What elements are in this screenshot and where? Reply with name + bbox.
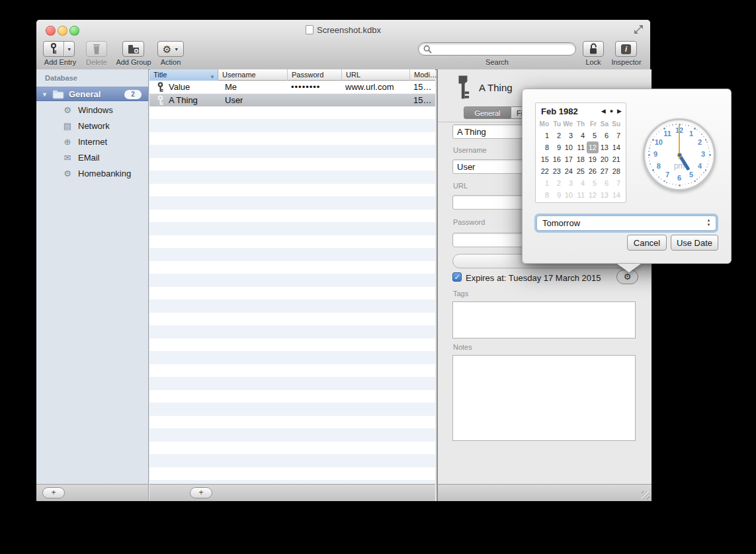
calendar-day[interactable]: 12 [587, 189, 599, 201]
calendar-day[interactable]: 14 [610, 141, 622, 153]
calendar-day[interactable]: 26 [587, 165, 599, 177]
cancel-button[interactable]: Cancel [627, 235, 667, 251]
column-header-username[interactable]: Username [218, 69, 288, 81]
calendar-day[interactable]: 28 [610, 165, 622, 177]
calendar-day[interactable]: 16 [551, 153, 563, 165]
calendar-day[interactable]: 22 [539, 165, 551, 177]
calendar-day[interactable]: 8 [539, 189, 551, 201]
calendar-day[interactable]: 7 [610, 177, 622, 189]
calendar-day[interactable]: 15 [539, 153, 551, 165]
calendar-day[interactable]: 2 [551, 177, 563, 189]
search-label: Search [418, 58, 576, 66]
calendar-day[interactable]: 12 [587, 141, 599, 153]
key-icon [44, 43, 63, 55]
calendar-day[interactable]: 25 [575, 165, 587, 177]
calendar-day[interactable]: 3 [563, 177, 575, 189]
clock-tick [709, 151, 710, 152]
inspector-button[interactable]: i [615, 41, 637, 57]
clock-tick [709, 154, 711, 156]
calendar-day[interactable]: 4 [575, 177, 587, 189]
calendar-day[interactable]: 13 [599, 141, 610, 153]
calendar-day[interactable]: 11 [575, 189, 587, 201]
calendar-day[interactable]: 13 [599, 189, 610, 201]
calendar-day[interactable]: 14 [610, 189, 622, 201]
next-month-icon[interactable]: ▶ [617, 107, 622, 115]
clock-tick [656, 175, 657, 176]
calendar-day[interactable]: 24 [563, 165, 575, 177]
calendar-day[interactable]: 9 [551, 141, 563, 153]
use-date-button[interactable]: Use Date [671, 235, 718, 251]
calendar-day[interactable]: 3 [563, 130, 575, 141]
add-entry-plus-button[interactable]: + [190, 487, 212, 498]
calendar-day[interactable]: 6 [599, 177, 610, 189]
add-group-button[interactable] [122, 41, 144, 57]
popover-tail [617, 264, 641, 272]
today-icon[interactable]: ● [610, 107, 613, 115]
info-icon: i [621, 44, 631, 54]
calendar-day[interactable]: 8 [539, 141, 551, 153]
add-group-label: Add Group [114, 58, 153, 66]
calendar-day-header: Th [575, 120, 587, 128]
calendar-day[interactable]: 6 [599, 130, 610, 141]
clock-numeral: 4 [694, 162, 705, 171]
sidebar-item-internet[interactable]: ⊕Internet [36, 134, 149, 150]
calendar-day[interactable]: 5 [587, 130, 599, 141]
calendar-day[interactable]: 10 [563, 189, 575, 201]
calendar-day[interactable]: 21 [610, 153, 622, 165]
column-header-password[interactable]: Password [288, 69, 342, 81]
calendar-day-header: Su [610, 120, 622, 128]
notes-label: Notes [453, 343, 472, 351]
clock-tick [708, 145, 709, 146]
add-entry-button[interactable]: ▼ [43, 41, 75, 57]
lock-button[interactable] [583, 41, 604, 57]
cell-username: User [225, 95, 243, 105]
add-group-plus-button[interactable]: + [42, 487, 65, 498]
prev-month-icon[interactable]: ◀ [601, 107, 606, 115]
calendar-day[interactable]: 1 [539, 177, 551, 189]
tags-field[interactable] [452, 301, 636, 338]
table-row[interactable]: ValueMe••••••••www.url.com15… [149, 81, 435, 94]
sidebar-item-email[interactable]: ✉EMail [36, 150, 149, 166]
resize-grip[interactable] [642, 491, 650, 499]
tab-general[interactable]: General [464, 106, 511, 119]
calendar-day[interactable]: 4 [575, 130, 587, 141]
calendar-day[interactable]: 9 [551, 189, 563, 201]
search-input[interactable] [418, 42, 576, 56]
sidebar-item-homebanking[interactable]: ⚙Homebanking [36, 166, 149, 182]
calendar-day[interactable]: 5 [587, 177, 599, 189]
calendar-day[interactable]: 2 [551, 130, 563, 141]
delete-button[interactable] [86, 41, 107, 57]
calendar-day[interactable]: 1 [539, 130, 551, 141]
calendar-day[interactable]: 10 [563, 141, 575, 153]
fullscreen-icon[interactable] [634, 24, 644, 34]
expires-checkbox[interactable]: ✓ [452, 272, 462, 282]
date-preset-dropdown[interactable]: Tomorrow ▲▼ [536, 216, 716, 231]
cell-url: www.url.com [345, 82, 394, 92]
notes-field[interactable] [452, 355, 636, 441]
calendar-day[interactable]: 11 [575, 141, 587, 153]
calendar-day[interactable]: 23 [551, 165, 563, 177]
calendar-day[interactable]: 19 [587, 153, 599, 165]
clock-tick [663, 128, 665, 130]
calendar-day[interactable]: 18 [575, 153, 587, 165]
calendar-day[interactable]: 7 [610, 130, 622, 141]
column-header-title[interactable]: Title▼ [149, 69, 218, 81]
column-header-url[interactable]: URL [342, 69, 410, 81]
sidebar-group-general[interactable]: ▼ General 2 [36, 87, 149, 101]
sidebar-item-windows[interactable]: ⚙Windows [36, 102, 149, 118]
url-label: URL [453, 182, 468, 190]
calendar-day[interactable]: 27 [599, 165, 610, 177]
action-button[interactable]: ⚙ ▼ [157, 41, 184, 57]
clock-tick [666, 126, 667, 128]
calendar-day[interactable]: 20 [599, 153, 610, 165]
column-header-modified[interactable]: Modi… [410, 69, 435, 81]
sidebar-item-label: Windows [78, 105, 113, 115]
disclosure-triangle-icon[interactable]: ▼ [42, 91, 48, 98]
calendar-month-label: Feb 1982 [541, 106, 578, 116]
table-row[interactable]: A ThingUser15… [149, 94, 435, 107]
sidebar-item-network[interactable]: ▤Network [36, 118, 149, 134]
clock-tick [685, 184, 687, 185]
cell-modified: 15… [413, 95, 431, 105]
group-count-badge: 2 [124, 90, 142, 99]
calendar-day[interactable]: 17 [563, 153, 575, 165]
